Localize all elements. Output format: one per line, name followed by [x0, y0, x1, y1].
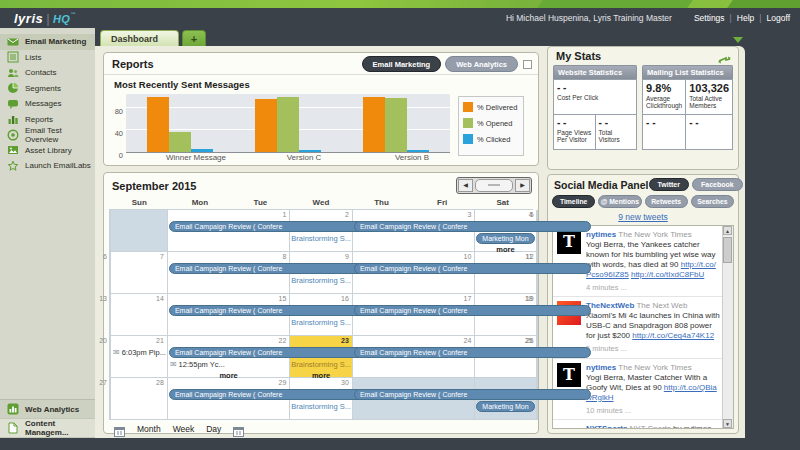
calendar-prev-icon[interactable]: ◀ [458, 179, 473, 192]
calendar-event-pill[interactable]: Marketing Mon [476, 401, 534, 412]
searches-tab[interactable]: Searches [691, 195, 734, 208]
calendar-view-icon[interactable] [233, 423, 244, 434]
calendar-cell-22[interactable]: 22Email Campaign Review ( Confere✉12:55p… [168, 336, 290, 378]
sidebar-item-email-marketing[interactable]: Email Marketing [0, 34, 95, 50]
email-marketing-button[interactable]: Email Marketing [362, 56, 442, 72]
sidebar-item-lists[interactable]: Lists [0, 50, 95, 66]
calendar-title: September 2015 [112, 180, 196, 192]
calendar-cell-1[interactable]: 1Email Campaign Review ( Confere [168, 210, 290, 252]
calendar-event-pill[interactable]: Email Campaign Review ( Confere [354, 221, 591, 232]
calendar-next-icon[interactable]: ▶ [515, 179, 530, 192]
web-analytics-button[interactable]: Web Analytics [445, 56, 518, 72]
day-header-thu: Thu [351, 196, 412, 209]
sidebar-item-web-analytics[interactable]: Web Analytics [0, 400, 95, 419]
lists-icon [7, 51, 19, 63]
calendar-event-link[interactable]: Brainstorming S... [291, 275, 351, 286]
calendar-cell-21[interactable]: 21✉6:03pm Pip... [111, 336, 168, 378]
bar-clicked-winner-message [191, 149, 213, 152]
panel-options-icon[interactable] [523, 60, 532, 69]
sidebar-item-contacts[interactable]: Contacts [0, 65, 95, 81]
calendar-event-link[interactable]: Brainstorming S... [291, 359, 351, 370]
sidebar-item-content-managem[interactable]: Content Managem... [0, 419, 95, 438]
sidebar-item-email-test-overview[interactable]: Email Test Overview [0, 127, 95, 143]
lyris-hq-app: lyris|HQ™ Hi Michael Huspenina, Lyris Tr… [0, 0, 800, 450]
sidebar-item-label: Asset Library [25, 146, 72, 155]
calendar-view-week[interactable]: Week [173, 424, 195, 434]
calendar-event-pill[interactable]: Marketing Mon [476, 233, 534, 244]
day-header-wed: Wed [291, 196, 352, 209]
calendar-event-link[interactable]: Brainstorming S... [291, 233, 351, 244]
calendar-event-link[interactable]: Brainstorming S... [291, 317, 351, 328]
sidebar: Email MarketingListsContactsSegmentsMess… [0, 28, 95, 438]
calendar-event-link[interactable]: Brainstorming S... [291, 401, 351, 412]
calendar-view-day[interactable]: Day [206, 424, 221, 434]
sidebar-item-launch-emaillabs[interactable]: Launch EmailLabs [0, 158, 95, 174]
calendar-cell-28[interactable]: 28 [111, 378, 168, 420]
calendar-cell-3[interactable]: 3Email Campaign Review ( Confere [353, 210, 475, 252]
calendar-cell-24[interactable]: 24Email Campaign Review ( Confere [353, 336, 475, 378]
sidebar-item-label: Email Test Overview [25, 126, 95, 144]
tweet-username[interactable]: nytimes [586, 363, 616, 372]
calendar-cell-7[interactable]: 7 [111, 252, 168, 294]
website-statistics-title: Website Statistics [553, 65, 637, 79]
tweet-username[interactable]: TheNextWeb [586, 301, 634, 310]
social-filter-buttons: Timeline@ MentionsRetweetsSearches [548, 192, 738, 209]
scroll-down-icon[interactable]: ▼ [723, 419, 732, 428]
calendar-cell[interactable] [111, 210, 168, 252]
calendar-nav-slider[interactable] [475, 179, 513, 192]
calendar-cell-17[interactable]: 17Email Campaign Review ( Confere [353, 294, 475, 336]
top-link-help[interactable]: Help [737, 13, 754, 23]
timeline-tab[interactable]: Timeline [552, 195, 595, 208]
calendar-cell-8[interactable]: 8Email Campaign Review ( Confere [168, 252, 290, 294]
calendar-cell-10[interactable]: 10Email Campaign Review ( Confere [353, 252, 475, 294]
calendar-event-pill[interactable]: Email Campaign Review ( Confere [354, 263, 591, 274]
calendar-cell[interactable]: Email Campaign Review ( Confere [353, 378, 475, 420]
collapse-panel-icon[interactable] [733, 37, 743, 43]
user-greeting: Hi Michael Huspenina, Lyris Training Mas… [506, 13, 672, 23]
tweet-username[interactable]: NYTSports [586, 424, 627, 429]
legend-swatch [463, 102, 473, 112]
refresh-arrows-icon[interactable] [718, 51, 732, 61]
calendar-view-icon[interactable] [114, 423, 125, 434]
tweet-username[interactable]: nytimes [586, 230, 616, 239]
sidebar-item-asset-library[interactable]: Asset Library [0, 143, 95, 159]
tweet-display-name: The Next Web [634, 301, 687, 310]
top-bar: lyris|HQ™ Hi Michael Huspenina, Lyris Tr… [0, 8, 800, 28]
day-number: 7 [160, 253, 164, 260]
tweet-display-name: The New York Times [616, 363, 691, 372]
retweets-tab[interactable]: Retweets [645, 195, 688, 208]
calendar-event-timed[interactable]: ✉12:55pm Yc... [170, 359, 288, 370]
day-number: 2 [345, 211, 349, 218]
top-link-logoff[interactable]: Logoff [767, 13, 790, 23]
twitter-tab[interactable]: Twitter [649, 178, 689, 191]
tweet-link[interactable]: http://t.co/Ceq4a74K12 [632, 331, 714, 340]
tweet-scrollbar[interactable]: ▲ ▼ [722, 226, 733, 428]
mentions-tab[interactable]: @ Mentions [598, 195, 641, 208]
calendar-cell-29[interactable]: 29Email Campaign Review ( Confere [168, 378, 290, 420]
sidebar-item-messages[interactable]: Messages [0, 96, 95, 112]
x-tick-label: Version C [287, 153, 322, 162]
sidebar-item-label: Contacts [25, 68, 57, 77]
sidebar-item-segments[interactable]: Segments [0, 81, 95, 97]
calendar-cell-14[interactable]: 14 [111, 294, 168, 336]
calendar-event-timed[interactable]: ✉6:03pm Pip... [113, 347, 166, 358]
top-link-settings[interactable]: Settings [694, 13, 725, 23]
scroll-thumb[interactable] [723, 237, 732, 263]
tweet-link[interactable]: http://t.co/QBiawRglkH [586, 383, 717, 402]
calendar-cell-15[interactable]: 15Email Campaign Review ( Confere [168, 294, 290, 336]
stat-cell-empty: - - [643, 115, 685, 149]
calendar-event-pill[interactable]: Email Campaign Review ( Confere [354, 389, 591, 400]
scroll-up-icon[interactable]: ▲ [723, 226, 732, 235]
calendar-event-pill[interactable]: Email Campaign Review ( Confere [354, 305, 591, 316]
chart-legend: % Delivered% Opened% Clicked [458, 96, 524, 156]
calendar-event-pill[interactable]: Email Campaign Review ( Confere [354, 347, 591, 358]
tweet-body: nytimes The New York Times Yogi Berra, M… [586, 363, 720, 415]
tweet-byline: TheNextWeb The Next Web [586, 301, 720, 311]
mailing-list-statistics-title: Mailing List Statistics [642, 65, 733, 79]
segments-icon [7, 82, 19, 94]
sidebar-item-reports[interactable]: Reports [0, 112, 95, 128]
stat-cell-cost-per-click: - -Cost Per Click [554, 80, 636, 114]
calendar-view-month[interactable]: Month [137, 424, 161, 434]
facebook-tab[interactable]: Facebook [692, 178, 743, 191]
tweet-link[interactable]: http://t.co/tIxdC8FbU [631, 270, 704, 279]
